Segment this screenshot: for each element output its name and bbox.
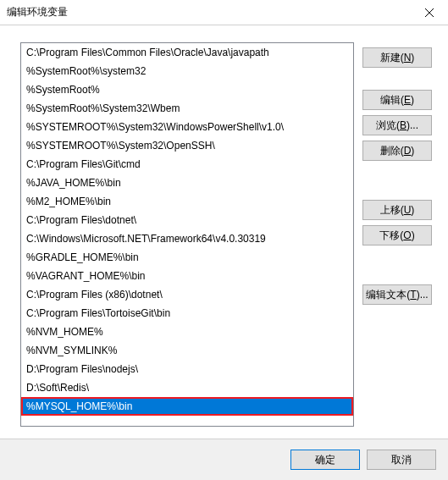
- window-title: 编辑环境变量: [7, 5, 410, 19]
- list-item[interactable]: C:\Windows\Microsoft.NET\Framework64\v4.…: [21, 229, 353, 248]
- list-item[interactable]: C:\Program Files\Common Files\Oracle\Jav…: [21, 43, 353, 62]
- close-icon: [425, 8, 434, 17]
- ok-button[interactable]: 确定: [290, 450, 360, 470]
- list-item[interactable]: %SYSTEMROOT%\System32\OpenSSH\: [21, 136, 353, 155]
- side-buttons: 新建(N) 编辑(E) 浏览(B)... 删除(D) 上移(U) 下移(O) 编…: [362, 42, 432, 427]
- dialog-content: C:\Program Files\Common Files\Oracle\Jav…: [0, 25, 448, 427]
- list-item[interactable]: %NVM_HOME%: [21, 323, 353, 341]
- list-item[interactable]: %M2_HOME%\bin: [21, 192, 353, 211]
- list-item[interactable]: %SystemRoot%\system32: [21, 62, 353, 80]
- list-item[interactable]: D:\Program Files\nodejs\: [21, 360, 353, 378]
- move-up-button[interactable]: 上移(U): [362, 200, 432, 220]
- list-item[interactable]: %JAVA_HOME%\bin: [21, 174, 353, 192]
- list-item[interactable]: %SystemRoot%\System32\Wbem: [21, 99, 353, 118]
- cancel-button[interactable]: 取消: [367, 450, 436, 470]
- list-item[interactable]: %VAGRANT_HOME%\bin: [21, 267, 353, 285]
- browse-button[interactable]: 浏览(B)...: [362, 115, 432, 135]
- close-button[interactable]: [410, 0, 448, 25]
- list-item[interactable]: %NVM_SYMLINK%: [21, 341, 353, 360]
- list-item[interactable]: C:\Program Files\TortoiseGit\bin: [21, 304, 353, 323]
- list-item[interactable]: C:\Program Files\dotnet\: [21, 211, 353, 229]
- move-down-button[interactable]: 下移(O): [362, 225, 432, 246]
- list-item[interactable]: %MYSQL_HOME%\bin: [21, 397, 353, 416]
- new-button[interactable]: 新建(N): [362, 47, 432, 68]
- dialog-footer: 确定 取消: [0, 439, 448, 480]
- list-item[interactable]: C:\Program Files\Git\cmd: [21, 155, 353, 174]
- edit-text-button[interactable]: 编辑文本(T)...: [362, 284, 432, 305]
- list-item[interactable]: %SystemRoot%: [21, 80, 353, 99]
- list-item[interactable]: %GRADLE_HOME%\bin: [21, 248, 353, 267]
- delete-button[interactable]: 删除(D): [362, 141, 432, 161]
- titlebar: 编辑环境变量: [0, 0, 448, 25]
- path-listbox[interactable]: C:\Program Files\Common Files\Oracle\Jav…: [20, 42, 354, 427]
- edit-button[interactable]: 编辑(E): [362, 90, 432, 110]
- list-item[interactable]: D:\Soft\Redis\: [21, 378, 353, 397]
- list-item[interactable]: %SYSTEMROOT%\System32\WindowsPowerShell\…: [21, 118, 353, 136]
- list-item[interactable]: C:\Program Files (x86)\dotnet\: [21, 285, 353, 304]
